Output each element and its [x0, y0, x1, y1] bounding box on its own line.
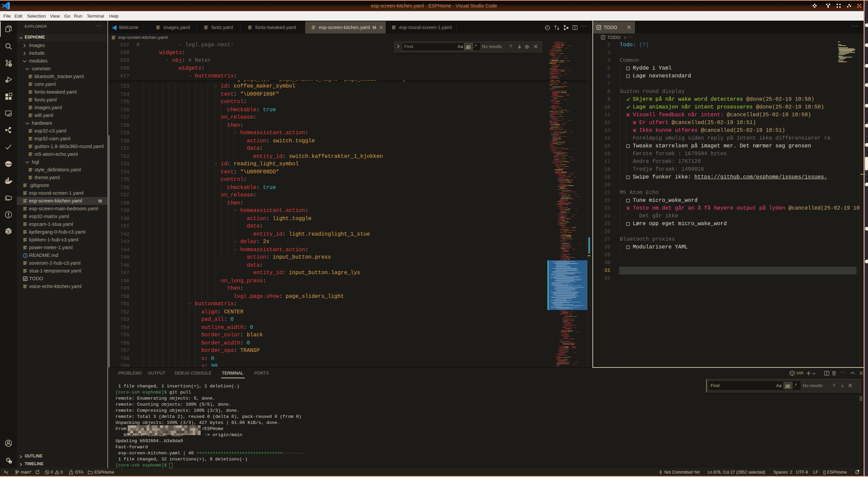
- svg-text:1: 1: [9, 461, 11, 464]
- svg-text:Json: Json: [5, 163, 12, 166]
- svg-text:1: 1: [9, 64, 11, 67]
